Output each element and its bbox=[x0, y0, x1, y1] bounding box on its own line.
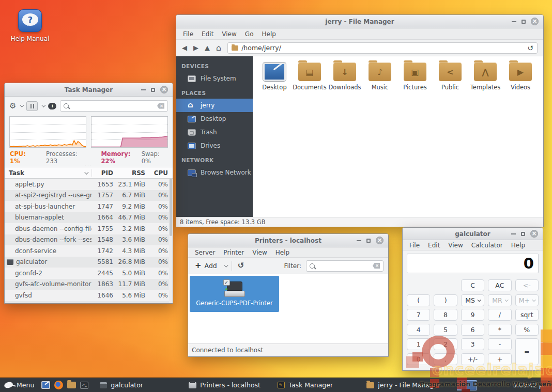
maximize-icon[interactable] bbox=[366, 239, 371, 243]
calc-btn-([interactable]: ( bbox=[407, 294, 430, 306]
sidebar-item-jerry[interactable]: jerry bbox=[176, 99, 253, 112]
calc-btn-C[interactable]: C bbox=[461, 279, 484, 291]
column-pid[interactable]: PID bbox=[91, 169, 113, 177]
column-task[interactable]: Task bbox=[5, 169, 91, 177]
task-row-gvfsd-computer[interactable]: gvfsd-computer --spawner :1.10…55527.3 M… bbox=[5, 301, 173, 304]
search-input[interactable] bbox=[60, 100, 168, 112]
file-manager-titlebar[interactable]: jerry - File Manager bbox=[176, 15, 543, 28]
file-desktop[interactable]: Desktop bbox=[257, 62, 292, 91]
task-row-blueman-applet[interactable]: blueman-applet166446.7 MiB0% bbox=[5, 212, 173, 224]
taskbar-window-jerry-file-manager[interactable]: jerry - File Manager bbox=[363, 379, 450, 391]
forward-icon[interactable]: ▶ bbox=[193, 44, 198, 51]
close-icon[interactable] bbox=[531, 18, 539, 25]
calc-btn-*[interactable]: * bbox=[488, 324, 511, 336]
task-row-gvfsd[interactable]: gvfsd16465.6 MiB0% bbox=[5, 290, 173, 301]
calc-btn-MR[interactable]: MR bbox=[488, 294, 511, 306]
reload-icon[interactable]: ↺ bbox=[527, 44, 533, 52]
gear-icon[interactable]: ⚙ bbox=[9, 102, 16, 110]
menu-printer[interactable]: Printer bbox=[220, 248, 248, 257]
calc-btn-1[interactable]: 1 bbox=[407, 338, 430, 350]
calc-btn-+[interactable]: + bbox=[488, 353, 511, 365]
minimize-icon[interactable] bbox=[512, 21, 516, 22]
menu-help[interactable]: Help bbox=[508, 241, 529, 250]
sidebar-item-browse-network[interactable]: Browse Network bbox=[176, 166, 253, 179]
printer-item-selected[interactable]: ✓ Generic-CUPS-PDF-Printer bbox=[190, 276, 279, 312]
maximize-icon[interactable] bbox=[521, 232, 525, 236]
minimize-icon[interactable] bbox=[141, 89, 146, 90]
column-cpu[interactable]: CPU bbox=[145, 169, 168, 177]
menu-view[interactable]: View bbox=[249, 248, 270, 257]
home-icon[interactable]: ⌂ bbox=[216, 44, 221, 52]
file-videos[interactable]: ▶Videos bbox=[503, 62, 538, 91]
calc-btn-<-[interactable]: <- bbox=[515, 279, 539, 291]
calc-btn-0[interactable]: 0 bbox=[407, 353, 430, 365]
panel-toggle-button[interactable] bbox=[26, 101, 38, 111]
task-row-dconf-service[interactable]: dconf-service17424.3 MiB0% bbox=[5, 245, 173, 257]
task-row-galculator[interactable]: galculator558126.8 MiB0% bbox=[5, 257, 173, 268]
sidebar-item-desktop[interactable]: Desktop bbox=[176, 112, 253, 126]
menu-file[interactable]: File bbox=[179, 29, 197, 39]
maximize-icon[interactable] bbox=[522, 20, 526, 24]
task-row-at-spi2-registryd[interactable]: at-spi2-registryd --use-gnome-s…17576.7 … bbox=[5, 190, 173, 201]
desktop-settings-launcher-icon[interactable] bbox=[41, 381, 50, 389]
sidebar-item-file-system[interactable]: File System bbox=[176, 72, 253, 85]
up-icon[interactable]: ▲ bbox=[205, 44, 210, 51]
home-folder-launcher-icon[interactable] bbox=[67, 382, 76, 388]
close-icon[interactable] bbox=[160, 86, 168, 93]
menu-file[interactable]: File bbox=[406, 241, 423, 250]
calc-btn-9[interactable]: 9 bbox=[461, 309, 484, 321]
file-templates[interactable]: ⋀Templates bbox=[468, 62, 503, 91]
menu-help[interactable]: Help bbox=[272, 248, 293, 257]
task-manager-titlebar[interactable]: Task Manager bbox=[5, 83, 173, 97]
calc-btn-6[interactable]: 6 bbox=[461, 324, 484, 336]
calc-btn-sqrt[interactable]: sqrt bbox=[515, 309, 539, 321]
calc-btn-4[interactable]: 4 bbox=[407, 324, 430, 336]
sidebar-item-trash[interactable]: Trash bbox=[176, 126, 253, 139]
filter-input[interactable] bbox=[306, 260, 384, 272]
task-row-gconfd-2[interactable]: gconfd-224455.0 MiB0% bbox=[5, 268, 173, 279]
desktop-icon-help-manual[interactable]: ? Help Manual bbox=[7, 9, 53, 42]
calc-btn-/[interactable]: / bbox=[488, 309, 511, 321]
firefox-launcher-icon[interactable] bbox=[54, 381, 63, 389]
menu-help[interactable]: Help bbox=[258, 29, 279, 39]
file-downloads[interactable]: ↓Downloads bbox=[327, 62, 362, 91]
column-rss[interactable]: RSS bbox=[113, 169, 145, 177]
file-pictures[interactable]: ▣Pictures bbox=[397, 62, 433, 91]
workspace-2[interactable] bbox=[467, 381, 477, 390]
calculator-titlebar[interactable]: galculator bbox=[403, 228, 543, 240]
menu-edit[interactable]: Edit bbox=[424, 241, 443, 250]
path-bar[interactable]: /home/jerry/ ↺ bbox=[227, 42, 538, 54]
minimize-icon[interactable] bbox=[511, 233, 516, 234]
calc-btn-MS[interactable]: MS bbox=[461, 294, 484, 306]
calc-btn-.[interactable]: . bbox=[434, 353, 457, 365]
info-bubble-icon[interactable] bbox=[48, 103, 56, 109]
calc-btn-5[interactable]: 5 bbox=[434, 324, 457, 336]
calc-btn--[interactable]: - bbox=[488, 338, 511, 350]
calc-btn-7[interactable]: 7 bbox=[407, 309, 430, 321]
calc-btn-AC[interactable]: AC bbox=[488, 279, 511, 291]
file-public[interactable]: <Public bbox=[433, 62, 468, 91]
task-row-dbus-daemon[interactable]: dbus-daemon --fork --session --…15483.6 … bbox=[5, 234, 173, 246]
maximize-icon[interactable] bbox=[151, 88, 155, 92]
calc-btn-%[interactable]: % bbox=[515, 324, 539, 336]
chevron-down-icon[interactable] bbox=[42, 103, 46, 107]
sidebar-item-drives[interactable]: Drives bbox=[176, 139, 253, 152]
clear-search-icon[interactable] bbox=[157, 103, 164, 109]
workspace-1[interactable] bbox=[457, 381, 467, 390]
file-music[interactable]: ♪Music bbox=[362, 62, 397, 91]
pane-grip[interactable]: ··· bbox=[5, 163, 173, 168]
printers-titlebar[interactable]: Printers - localhost bbox=[188, 234, 388, 247]
minimize-icon[interactable] bbox=[357, 240, 361, 241]
calc-btn-=[interactable]: = bbox=[515, 338, 539, 365]
close-icon[interactable] bbox=[376, 237, 384, 244]
scrollbar[interactable] bbox=[169, 179, 173, 303]
taskbar-window-printers-localhost[interactable]: Printers - localhost bbox=[186, 379, 272, 391]
calc-btn-+/-[interactable]: +/- bbox=[461, 353, 484, 365]
workspace-switcher[interactable] bbox=[457, 380, 477, 390]
menu-server[interactable]: Server bbox=[191, 248, 219, 257]
add-printer-button[interactable]: + Add bbox=[193, 261, 219, 271]
task-row-dbus-daemon[interactable]: dbus-daemon --config-file=/etc/…17553.2 … bbox=[5, 223, 173, 234]
calc-btn-2[interactable]: 2 bbox=[434, 338, 457, 350]
chevron-down-icon[interactable] bbox=[20, 103, 24, 107]
close-icon[interactable] bbox=[530, 230, 538, 238]
